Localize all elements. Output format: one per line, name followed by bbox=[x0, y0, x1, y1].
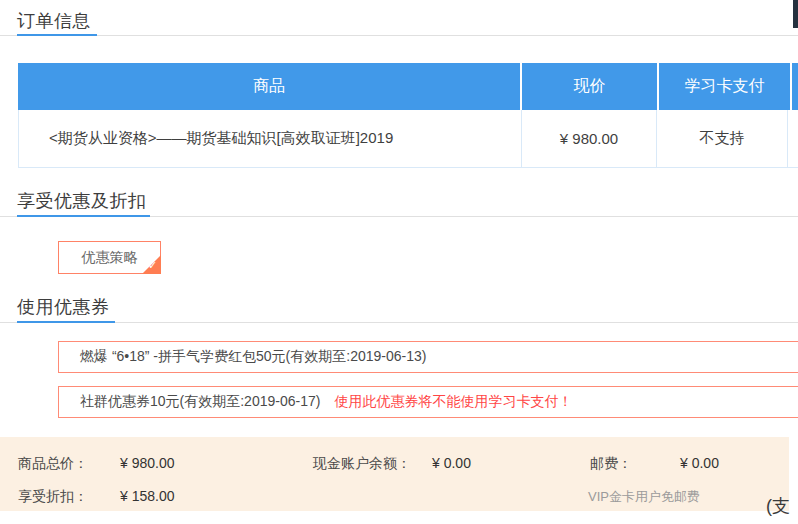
order-info-title: 订单信息 bbox=[17, 9, 91, 33]
discount-strategy-button[interactable]: 优惠策略 ✓ bbox=[58, 241, 161, 274]
divider bbox=[0, 216, 798, 217]
discount-strategy-label: 优惠策略 bbox=[82, 249, 138, 267]
check-icon: ✓ bbox=[148, 260, 157, 271]
title-accent-underline bbox=[17, 321, 115, 323]
title-accent-underline bbox=[17, 34, 97, 36]
coupons-title: 使用优惠券 bbox=[17, 295, 110, 319]
order-summary-panel: 商品总价： ¥ 980.00 现金账户余额： ¥ 0.00 邮费： ¥ 0.00… bbox=[0, 437, 789, 511]
total-price-value: ¥ 980.00 bbox=[120, 455, 175, 471]
vip-free-postage-note: VIP金卡用户免邮费 bbox=[588, 488, 700, 506]
divider bbox=[0, 322, 798, 323]
table-row: <期货从业资格>——期货基础知识[高效取证班]2019 ¥ 980.00 不支持 bbox=[18, 110, 798, 168]
order-table-header: 商品 现价 学习卡支付 bbox=[18, 63, 798, 110]
order-checkout-page: { "sections": { "order_info_title": "订单信… bbox=[0, 0, 798, 524]
header-extra-cut bbox=[792, 63, 798, 110]
discounts-title: 享受优惠及折扣 bbox=[17, 189, 147, 213]
coupon-warning-text: 使用此优惠券将不能使用学习卡支付！ bbox=[334, 393, 572, 411]
postage-value: ¥ 0.00 bbox=[680, 455, 719, 471]
cash-balance-value: ¥ 0.00 bbox=[432, 455, 471, 471]
order-table: 商品 现价 学习卡支付 <期货从业资格>——期货基础知识[高效取证班]2019 … bbox=[18, 63, 798, 168]
coupon-item-community[interactable]: 社群优惠券10元(有效期至:2019-06-17) 使用此优惠券将不能使用学习卡… bbox=[58, 386, 798, 418]
header-card-payment: 学习卡支付 bbox=[659, 63, 790, 110]
edge-widget-fragment bbox=[793, 0, 798, 28]
card-support-status: 不支持 bbox=[657, 110, 788, 167]
product-price: ¥ 980.00 bbox=[522, 110, 657, 167]
total-price-label: 商品总价： bbox=[18, 455, 88, 473]
cash-balance-label: 现金账户余额： bbox=[313, 455, 411, 473]
coupon-text: 社群优惠券10元(有效期至:2019-06-17) bbox=[80, 393, 320, 411]
title-accent-underline bbox=[17, 215, 150, 217]
selected-corner-badge: ✓ bbox=[142, 255, 161, 274]
product-name: <期货从业资格>——期货基础知识[高效取证班]2019 bbox=[19, 110, 522, 167]
coupon-text: 燃爆 “6•18” -拼手气学费红包50元(有效期至:2019-06-13) bbox=[80, 348, 426, 366]
coupon-item-618-redpacket[interactable]: 燃爆 “6•18” -拼手气学费红包50元(有效期至:2019-06-13) bbox=[58, 341, 798, 373]
header-product: 商品 bbox=[18, 63, 520, 110]
postage-label: 邮费： bbox=[590, 455, 632, 473]
row-extra-cut bbox=[788, 110, 798, 167]
divider bbox=[0, 35, 798, 36]
discount-label: 享受折扣： bbox=[18, 488, 88, 506]
partial-payment-text: (支 bbox=[766, 494, 790, 518]
header-price: 现价 bbox=[522, 63, 657, 110]
discount-value: ¥ 158.00 bbox=[120, 488, 175, 504]
